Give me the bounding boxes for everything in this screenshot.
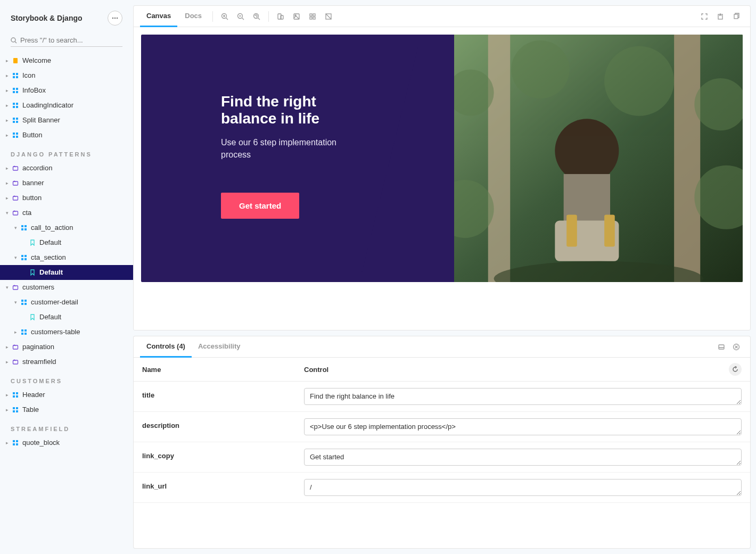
svg-rect-26 bbox=[13, 167, 18, 170]
sidebar-item-default[interactable]: Default bbox=[0, 265, 133, 280]
svg-rect-60 bbox=[16, 443, 18, 445]
svg-rect-27 bbox=[13, 181, 18, 185]
sidebar-item-label: call_to_action bbox=[31, 222, 73, 233]
control-row-link_url: link_url bbox=[134, 473, 750, 503]
sidebar-item-call-to-action[interactable]: ▾call_to_action bbox=[0, 220, 133, 235]
svg-rect-17 bbox=[16, 106, 18, 108]
control-name: link_url bbox=[142, 479, 304, 490]
svg-point-68 bbox=[254, 13, 259, 18]
sidebar-item-label: Default bbox=[39, 312, 61, 323]
sidebar-item-infobox[interactable]: ▸InfoBox bbox=[0, 83, 133, 98]
preview-panel: Canvas Docs bbox=[133, 5, 751, 330]
svg-rect-40 bbox=[24, 300, 27, 302]
zoom-out-icon bbox=[237, 13, 244, 20]
zoom-out-button[interactable] bbox=[233, 9, 248, 24]
sidebar-item-cta[interactable]: ▾cta bbox=[0, 205, 133, 220]
control-input-link_copy[interactable] bbox=[304, 449, 742, 466]
viewport-button[interactable] bbox=[273, 9, 288, 24]
sidebar-section-header: STREAMFIELD bbox=[0, 417, 133, 435]
svg-rect-88 bbox=[566, 214, 577, 246]
fullscreen-button[interactable] bbox=[697, 9, 712, 24]
tab-controls[interactable]: Controls (4) bbox=[140, 336, 192, 358]
sidebar-item-label: Button bbox=[22, 130, 43, 140]
sidebar-item-customers[interactable]: ▾customers bbox=[0, 280, 133, 295]
svg-rect-8 bbox=[13, 76, 15, 78]
tab-docs[interactable]: Docs bbox=[178, 6, 208, 27]
sidebar-item-customers-table[interactable]: ▸customers-table bbox=[0, 325, 133, 340]
sidebar-item-default[interactable]: Default bbox=[0, 310, 133, 325]
sidebar-item-cta-section[interactable]: ▾cta_section bbox=[0, 250, 133, 265]
svg-rect-42 bbox=[24, 303, 27, 305]
measure-button[interactable] bbox=[321, 9, 336, 24]
caret-icon: ▸ bbox=[4, 115, 10, 126]
image-icon bbox=[293, 13, 300, 20]
control-input-title[interactable] bbox=[304, 388, 742, 405]
svg-rect-12 bbox=[13, 91, 15, 93]
control-input-link_url[interactable] bbox=[304, 479, 742, 496]
svg-rect-52 bbox=[16, 395, 18, 398]
sidebar-item-loadingindicator[interactable]: ▸LoadingIndicator bbox=[0, 98, 133, 113]
component-icon bbox=[12, 131, 19, 139]
svg-rect-75 bbox=[313, 14, 315, 16]
svg-rect-19 bbox=[16, 118, 18, 120]
svg-rect-30 bbox=[21, 225, 23, 227]
background-button[interactable] bbox=[289, 9, 304, 24]
zoom-reset-icon bbox=[253, 13, 260, 20]
svg-point-2 bbox=[117, 18, 118, 19]
sidebar-item-pagination[interactable]: ▸pagination bbox=[0, 340, 133, 354]
svg-rect-45 bbox=[21, 333, 23, 335]
sidebar-item-icon[interactable]: ▸Icon bbox=[0, 68, 133, 83]
sidebar-item-label: button bbox=[22, 193, 42, 203]
svg-rect-55 bbox=[13, 410, 15, 412]
control-input-description[interactable] bbox=[304, 418, 742, 435]
caret-icon: ▾ bbox=[4, 282, 10, 293]
close-icon bbox=[733, 343, 740, 351]
svg-rect-6 bbox=[13, 73, 15, 75]
control-row-description: description bbox=[134, 412, 750, 442]
svg-rect-23 bbox=[16, 133, 18, 135]
sidebar-item-welcome[interactable]: ▸Welcome bbox=[0, 53, 133, 68]
component-icon bbox=[12, 102, 19, 109]
sidebar-item-header[interactable]: ▸Header bbox=[0, 387, 133, 402]
svg-rect-50 bbox=[16, 392, 18, 394]
grid-button[interactable] bbox=[305, 9, 320, 24]
tab-accessibility[interactable]: Accessibility bbox=[192, 336, 247, 358]
sidebar-item-streamfield[interactable]: ▸streamfield bbox=[0, 354, 133, 369]
sidebar-item-button[interactable]: ▸Button bbox=[0, 128, 133, 143]
addon-orientation-button[interactable] bbox=[714, 340, 729, 354]
svg-rect-51 bbox=[13, 395, 15, 398]
svg-rect-13 bbox=[16, 91, 18, 93]
caret-icon: ▸ bbox=[4, 404, 10, 415]
controls-reset-button[interactable] bbox=[729, 363, 742, 376]
addon-close-button[interactable] bbox=[729, 340, 744, 354]
sidebar-item-split-banner[interactable]: ▸Split Banner bbox=[0, 113, 133, 128]
sidebar-item-button[interactable]: ▸button bbox=[0, 191, 133, 205]
sidebar-item-default[interactable]: Default bbox=[0, 235, 133, 250]
component-icon bbox=[20, 254, 28, 261]
tab-canvas[interactable]: Canvas bbox=[140, 6, 177, 27]
svg-line-4 bbox=[15, 42, 17, 43]
reset-icon bbox=[732, 366, 738, 373]
sidebar-item-banner[interactable]: ▸banner bbox=[0, 176, 133, 191]
open-external-button[interactable] bbox=[713, 9, 728, 24]
sidebar-item-accordion[interactable]: ▸accordion bbox=[0, 161, 133, 176]
story-icon bbox=[29, 313, 36, 321]
menu-button[interactable] bbox=[108, 11, 122, 26]
copy-link-button[interactable] bbox=[729, 9, 744, 24]
sidebar-item-table[interactable]: ▸Table bbox=[0, 402, 133, 417]
sidebar-item-customer-detail[interactable]: ▾customer-detail bbox=[0, 295, 133, 310]
zoom-in-button[interactable] bbox=[217, 9, 232, 24]
zoom-reset-button[interactable] bbox=[249, 9, 264, 24]
component-icon bbox=[12, 72, 19, 79]
control-row-link_copy: link_copy bbox=[134, 442, 750, 473]
controls-column-name: Name bbox=[142, 366, 304, 374]
component-icon bbox=[12, 117, 19, 124]
search-input[interactable] bbox=[20, 36, 122, 44]
svg-rect-11 bbox=[16, 88, 18, 90]
sidebar-item-quote-block[interactable]: ▸quote_block bbox=[0, 435, 133, 450]
search-box[interactable] bbox=[11, 34, 122, 47]
cta-button[interactable]: Get started bbox=[221, 193, 299, 219]
svg-point-85 bbox=[555, 119, 619, 183]
control-row-title: title bbox=[134, 382, 750, 412]
svg-rect-22 bbox=[13, 133, 15, 135]
